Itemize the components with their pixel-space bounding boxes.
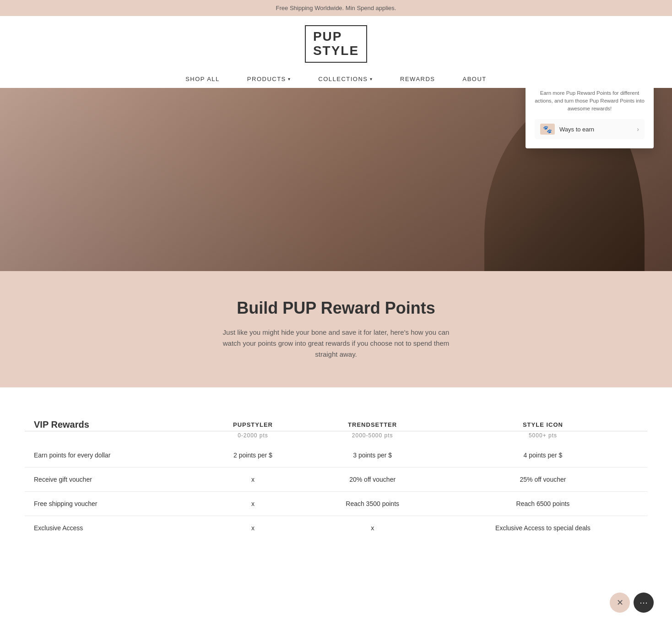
row3-col3: Reach 6500 points (439, 491, 647, 516)
collections-arrow-icon: ▾ (370, 76, 373, 82)
vip-pts-row: 0-2000 pts 2000-5000 pts 5000+ pts (25, 431, 647, 443)
row1-col1: 2 points per $ (200, 443, 307, 468)
vip-section: VIP Rewards PUPSTYLER TRENDSETTER STYLE … (0, 387, 672, 567)
nav-shop-all[interactable]: SHOP ALL (185, 76, 220, 82)
rewards-section: Build PUP Reward Points Just like you mi… (0, 271, 672, 387)
nav-products[interactable]: PRODUCTS ▾ (247, 76, 291, 82)
vip-col2-pts: 2000-5000 pts (306, 431, 439, 443)
row2-col1: x (200, 467, 307, 491)
table-row: Exclusive Access x x Exclusive Access to… (25, 516, 647, 540)
ways-to-earn-row[interactable]: 🐾 Ways to earn › (535, 119, 645, 139)
rewards-popup: hey, fluffy butt! wanna join the club? 0… (526, 88, 654, 149)
logo-text: PUP STYLE (313, 30, 359, 58)
table-row: Free shipping voucher x Reach 3500 point… (25, 491, 647, 516)
row1-col3: 4 points per $ (439, 443, 647, 468)
top-banner: Free Shipping Worldwide. Min Spend appli… (0, 0, 672, 16)
vip-col1-pts: 0-2000 pts (200, 431, 307, 443)
row3-col1: x (200, 491, 307, 516)
nav-collections[interactable]: COLLECTIONS ▾ (318, 76, 373, 82)
header: PUP STYLE SHOP ALL PRODUCTS ▾ COLLECTION… (0, 16, 672, 88)
vip-header-row: VIP Rewards PUPSTYLER TRENDSETTER STYLE … (25, 415, 647, 431)
row2-col3: 25% off voucher (439, 467, 647, 491)
feature-label-3: Free shipping voucher (25, 491, 200, 516)
vip-col2-header: TRENDSETTER (306, 415, 439, 431)
main-nav: SHOP ALL PRODUCTS ▾ COLLECTIONS ▾ REWARD… (185, 70, 487, 88)
vip-col3-pts: 5000+ pts (439, 431, 647, 443)
vip-title-header: VIP Rewards (25, 415, 200, 431)
row1-col2: 3 points per $ (306, 443, 439, 468)
hero-section: hey, fluffy butt! wanna join the club? 0… (0, 88, 672, 271)
popup-body: JOIN THE PUP REWARDS CLUB It's your all … (526, 88, 654, 149)
ways-to-earn-chevron-icon: › (637, 125, 639, 133)
popup-rewards-desc: Earn more Pup Reward Points for differen… (535, 89, 645, 113)
rewards-section-title: Build PUP Reward Points (18, 299, 654, 318)
row4-col1: x (200, 516, 307, 540)
row4-col2: x (306, 516, 439, 540)
ways-to-earn-left: 🐾 Ways to earn (540, 124, 594, 135)
table-row: Earn points for every dollar 2 points pe… (25, 443, 647, 468)
row4-col3: Exclusive Access to special deals (439, 516, 647, 540)
row3-col2: Reach 3500 points (306, 491, 439, 516)
vip-table: VIP Rewards PUPSTYLER TRENDSETTER STYLE … (25, 415, 647, 540)
feature-label-1: Earn points for every dollar (25, 443, 200, 468)
nav-about[interactable]: ABOUT (463, 76, 487, 82)
feature-label-4: Exclusive Access (25, 516, 200, 540)
rewards-section-description: Just like you might hide your bone and s… (217, 327, 455, 360)
row2-col2: 20% off voucher (306, 467, 439, 491)
feature-label-2: Receive gift voucher (25, 467, 200, 491)
logo[interactable]: PUP STYLE (305, 25, 367, 63)
ways-to-earn-icon: 🐾 (540, 124, 555, 135)
banner-text: Free Shipping Worldwide. Min Spend appli… (276, 5, 396, 11)
vip-col3-header: STYLE ICON (439, 415, 647, 431)
vip-col1-header: PUPSTYLER (200, 415, 307, 431)
nav-rewards[interactable]: REWARDS (400, 76, 435, 82)
ways-to-earn-label: Ways to earn (559, 126, 594, 133)
table-row: Receive gift voucher x 20% off voucher 2… (25, 467, 647, 491)
products-arrow-icon: ▾ (288, 76, 291, 82)
